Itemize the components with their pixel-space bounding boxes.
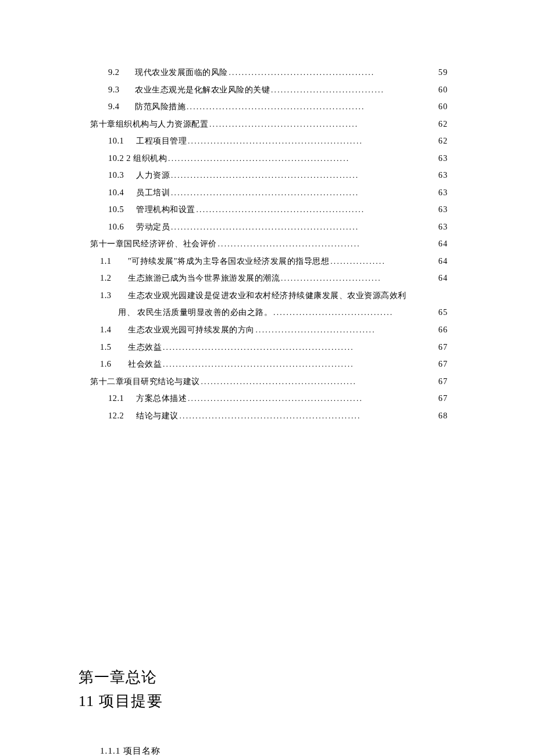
toc-entry: 9.4防范风险措施...............................… — [90, 98, 448, 116]
toc-leader: ........................................… — [187, 133, 438, 149]
toc-title: 生态农业观光园可持续发展的方向 — [128, 321, 255, 339]
toc-entry: 10.1工程项目管理..............................… — [90, 132, 448, 150]
toc-number: 12.2 — [108, 407, 136, 425]
toc-leader: ........................................… — [162, 339, 438, 356]
toc-title: 生态农业观光园建设是促进农业和农村经济持续健康发展、农业资源高效利 — [128, 287, 406, 304]
toc-title: 劳动定员 — [136, 218, 170, 236]
toc-page: 67 — [438, 390, 448, 407]
toc-page: 66 — [438, 321, 448, 338]
toc-leader: ........................................… — [167, 151, 438, 167]
toc-entry: 1.2生态旅游已成为当今世界旅游发展的潮流...................… — [90, 270, 448, 287]
toc-entry: 9.2现代农业发展面临的风险..........................… — [90, 64, 448, 81]
toc-title: 社会效益 — [128, 356, 162, 373]
toc-page: 62 — [438, 116, 448, 132]
toc-number: 10.4 — [108, 184, 136, 202]
toc-page: 64 — [438, 270, 448, 286]
toc-page: 60 — [438, 81, 448, 98]
toc-entry: 12.1方案总体描述..............................… — [90, 390, 448, 407]
toc-leader: ........................................… — [179, 408, 438, 424]
toc-leader: ............................... — [280, 270, 438, 286]
chapter-body: 第一章总论 11 项目提要 1.1.1 项目名称 项目名称：123456 生态农… — [90, 667, 448, 756]
toc-number: 1.4 — [100, 321, 128, 339]
toc-number: 9.3 — [108, 81, 135, 99]
toc-number: 10.5 — [108, 201, 136, 218]
toc-leader: ........................................… — [170, 219, 438, 235]
toc-page: 63 — [438, 167, 448, 184]
toc-leader: ........................................… — [187, 390, 438, 407]
toc-number: 9.4 — [108, 98, 135, 116]
toc-title: "可持续发展"将成为主导各国农业经济发展的指导思想 — [128, 253, 329, 270]
toc-leader: ........................................… — [228, 65, 438, 81]
toc-entry: 1.3生态农业观光园建设是促进农业和农村经济持续健康发展、农业资源高效利 — [90, 287, 448, 304]
toc-title: 方案总体描述 — [136, 390, 187, 407]
toc-leader: ..................................... — [272, 304, 438, 321]
toc-page: 65 — [438, 304, 448, 321]
toc-title: 第十一章国民经济评价、社会评价 — [90, 235, 217, 253]
toc-number: 12.1 — [108, 390, 136, 407]
toc-number: 1.6 — [100, 356, 128, 373]
toc-entry: 12.2结论与建议...............................… — [90, 407, 448, 425]
toc-title: 生态效益 — [128, 339, 162, 356]
section-heading: 11 项目提要 — [79, 691, 448, 711]
toc-leader: ................. — [329, 253, 438, 270]
toc-leader: ................................... — [270, 82, 438, 98]
toc-entry: 10.5管理机构和设置.............................… — [90, 201, 448, 218]
toc-title: 10.2 2 组织机构 — [108, 150, 167, 167]
toc-entry: 10.3人力资源................................… — [90, 167, 448, 184]
toc-leader: ........................................… — [208, 116, 438, 132]
table-of-contents: 9.2现代农业发展面临的风险..........................… — [90, 64, 448, 424]
toc-title: 结论与建议 — [136, 407, 179, 425]
toc-page: 59 — [438, 64, 448, 81]
toc-leader: ........................................… — [170, 167, 438, 184]
toc-page: 63 — [438, 184, 448, 201]
toc-leader: ........................................… — [170, 185, 438, 201]
toc-title: 第十二章项目研究结论与建议 — [90, 373, 200, 390]
toc-title: 管理机构和设置 — [136, 201, 195, 218]
toc-title: 农业生态观光是化解农业风险的关键 — [135, 81, 270, 99]
toc-page: 63 — [438, 218, 448, 235]
toc-leader: ........................................… — [217, 236, 438, 252]
toc-page: 60 — [438, 98, 448, 115]
toc-page: 67 — [438, 356, 448, 372]
toc-title: 现代农业发展面临的风险 — [135, 64, 228, 81]
toc-entry: 9.3农业生态观光是化解农业风险的关键.....................… — [90, 81, 448, 99]
toc-page: 67 — [438, 339, 448, 356]
toc-title: 员工培训 — [136, 184, 170, 202]
toc-title: 防范风险措施 — [135, 98, 186, 116]
toc-leader: ........................................… — [200, 374, 438, 390]
toc-page: 63 — [438, 201, 448, 218]
toc-chapter-entry: 第十二章项目研究结论与建议...........................… — [90, 373, 448, 390]
toc-leader: ........................................… — [162, 356, 438, 372]
toc-entry-wrap: 用、 农民生活质量明显改善的必由之路。 ....................… — [90, 304, 448, 321]
subsection-heading: 1.1.1 项目名称 — [100, 745, 448, 756]
toc-entry: 10.2 2 组织机构.............................… — [90, 150, 448, 167]
toc-title: 生态旅游已成为当今世界旅游发展的潮流 — [128, 270, 280, 287]
toc-entry: 1.1"可持续发展"将成为主导各国农业经济发展的指导思想............… — [90, 253, 448, 270]
toc-entry: 1.4生态农业观光园可持续发展的方向......................… — [90, 321, 448, 339]
toc-number: 1.3 — [100, 287, 128, 304]
toc-number: 10.1 — [108, 132, 136, 150]
toc-page: 64 — [438, 235, 448, 252]
toc-title: 工程项目管理 — [136, 132, 187, 150]
toc-page: 63 — [438, 150, 448, 167]
toc-number: 1.1 — [100, 253, 128, 270]
toc-number: 10.3 — [108, 167, 136, 184]
toc-page: 67 — [438, 373, 448, 390]
toc-leader: ........................................… — [186, 99, 438, 115]
toc-number: 9.2 — [108, 64, 135, 81]
toc-chapter-entry: 第十章组织机构与人力资源配置..........................… — [90, 116, 448, 133]
toc-number: 1.2 — [100, 270, 128, 287]
toc-number: 1.5 — [100, 339, 128, 356]
toc-entry: 1.5生态效益.................................… — [90, 339, 448, 356]
toc-page: 62 — [438, 132, 448, 149]
toc-entry: 10.4员工培训................................… — [90, 184, 448, 202]
toc-chapter-entry: 第十一章国民经济评价、社会评价.........................… — [90, 235, 448, 253]
toc-page: 68 — [438, 407, 448, 424]
toc-entry: 1.6社会效益.................................… — [90, 356, 448, 373]
toc-leader: ..................................... — [255, 322, 438, 338]
toc-page: 64 — [438, 253, 448, 270]
toc-number: 10.6 — [108, 218, 136, 236]
toc-entry: 10.6劳动定员................................… — [90, 218, 448, 236]
toc-title: 第十章组织机构与人力资源配置 — [90, 116, 208, 133]
toc-title: 用、 农民生活质量明显改善的必由之路。 — [118, 304, 272, 321]
